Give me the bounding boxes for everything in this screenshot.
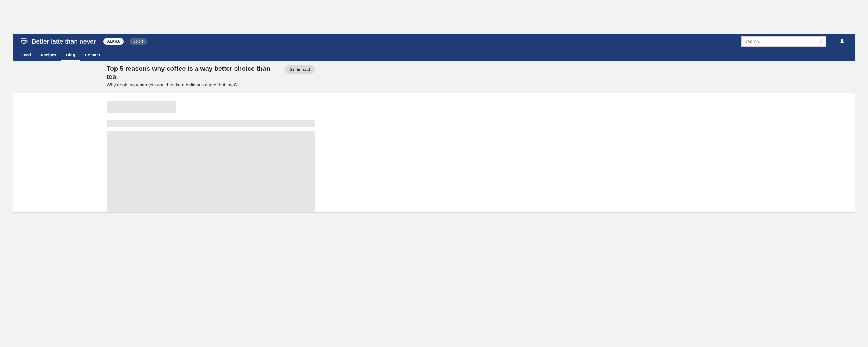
topbar: Better latte than never ALPHA v0.0.1 — [13, 34, 855, 49]
nav-item-recipes[interactable]: Recipes — [36, 49, 61, 61]
article-body — [13, 93, 855, 212]
nav-label: Recipes — [41, 53, 56, 57]
nav-item-contact[interactable]: Contact — [80, 49, 105, 61]
nav-label: Contact — [85, 53, 100, 57]
version-badge: v0.0.1 — [130, 38, 147, 45]
main-nav: Feed Recipes Blog Contact — [13, 49, 855, 61]
search-input[interactable] — [741, 36, 827, 46]
nav-label: Blog — [66, 53, 75, 57]
app-frame: Better latte than never ALPHA v0.0.1 — [13, 34, 855, 213]
app-title: Better latte than never — [32, 38, 96, 45]
coffee-cup-icon — [21, 38, 28, 45]
nav-label: Feed — [22, 53, 31, 57]
article-title: Top 5 reasons why coffee is a way better… — [106, 65, 278, 81]
article-header: Top 5 reasons why coffee is a way better… — [13, 61, 855, 93]
svg-point-3 — [841, 39, 843, 41]
skeleton-block — [106, 131, 315, 212]
nav-item-blog[interactable]: Blog — [61, 49, 80, 61]
alpha-badge: ALPHA — [103, 38, 124, 45]
search-field — [741, 36, 827, 46]
brand[interactable]: Better latte than never — [21, 38, 96, 45]
user-icon — [839, 38, 845, 45]
skeleton-line — [106, 120, 315, 127]
nav-item-feed[interactable]: Feed — [17, 49, 36, 61]
skeleton-heading — [106, 101, 176, 113]
user-menu-button[interactable] — [837, 37, 847, 46]
read-time-chip: 2 min read — [285, 65, 315, 74]
article-subtitle: Why drink tea when you could make a deli… — [106, 83, 278, 88]
